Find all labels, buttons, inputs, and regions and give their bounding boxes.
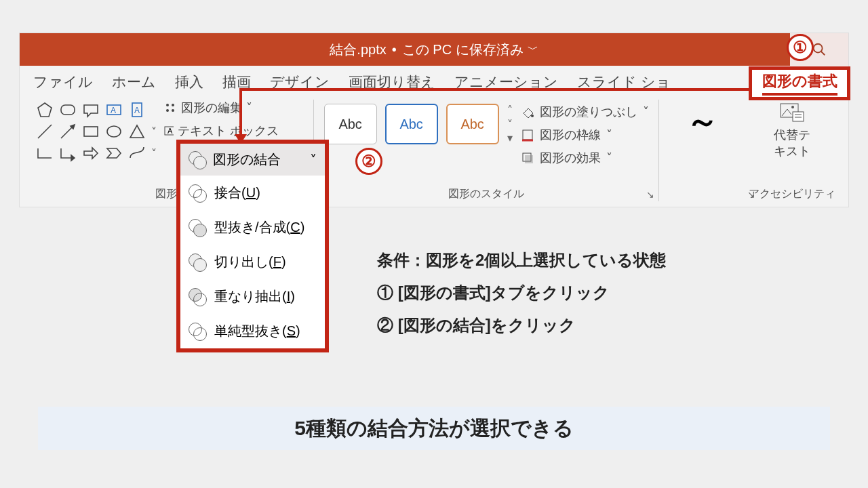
shapes-gallery[interactable]: A A ˅	[36, 101, 157, 162]
rect-icon[interactable]	[82, 123, 100, 140]
group-label-styles: 図形のスタイル	[314, 187, 658, 201]
merge-icon	[189, 151, 206, 169]
tab-insert[interactable]: 挿入	[175, 73, 203, 92]
svg-text:A: A	[134, 106, 140, 115]
annotation-text: 条件：図形を2個以上選択している状態 ① [図形の書式]タブをクリック ② [図…	[377, 244, 666, 342]
tilde-ellipsis: ～	[686, 100, 719, 143]
menu-item-subtract[interactable]: 単純型抜き(S)	[180, 314, 325, 348]
style-preset-1[interactable]: Abc	[324, 104, 377, 144]
block-arrow-icon[interactable]	[82, 144, 100, 162]
annotation-arrow	[239, 88, 749, 91]
style-preset-2[interactable]: Abc	[385, 104, 438, 144]
svg-point-21	[531, 115, 534, 117]
effects-icon	[521, 151, 534, 165]
chevron-down-icon: ˅	[310, 152, 317, 168]
svg-marker-14	[71, 155, 75, 161]
subtract-icon	[189, 323, 206, 340]
svg-point-12	[107, 126, 121, 137]
svg-rect-25	[525, 155, 533, 163]
gallery-more[interactable]: ˅	[151, 147, 157, 160]
gallery-expand[interactable]: ˅	[151, 125, 157, 138]
save-status[interactable]: この PC に保存済み	[402, 41, 524, 59]
style-gallery-scroll[interactable]: ˄˅▾	[507, 104, 513, 144]
group-label-accessibility: アクセシビリティ	[746, 187, 839, 201]
ribbon: A A ˅	[20, 94, 848, 204]
annotation-arrow	[239, 88, 242, 138]
menu-item-fragment[interactable]: 切り出し(F)	[180, 245, 325, 279]
pentagon-icon[interactable]	[36, 101, 54, 119]
svg-point-18	[172, 109, 174, 112]
shape-effects-button[interactable]: 図形の効果˅	[521, 150, 649, 166]
title-bar: 結合.pptx • この PC に保存済み ﹀	[20, 33, 848, 66]
rounded-rect-icon[interactable]	[59, 101, 77, 119]
alt-text-button[interactable]: 代替テ キスト	[774, 100, 810, 159]
svg-point-15	[166, 104, 169, 106]
shape-outline-button[interactable]: 図形の枠線˅	[521, 127, 649, 143]
annotation-badge-2: ②	[355, 148, 382, 175]
textbox-v-icon[interactable]: A	[128, 101, 146, 119]
combine-icon	[189, 219, 206, 237]
svg-point-27	[791, 106, 794, 108]
style-gallery[interactable]: Abc Abc Abc ˄˅▾	[324, 104, 513, 144]
svg-point-16	[172, 104, 174, 106]
menu-item-union[interactable]: 接合(U)	[180, 176, 325, 210]
svg-rect-22	[523, 130, 532, 140]
fragment-icon	[189, 253, 206, 271]
svg-rect-28	[793, 112, 804, 121]
chevron-icon[interactable]	[105, 144, 123, 162]
svg-marker-13	[130, 125, 144, 138]
arrow-line-icon[interactable]	[59, 123, 77, 140]
svg-rect-11	[84, 127, 98, 136]
oval-icon[interactable]	[105, 123, 123, 140]
annotation-badge-1: ①	[787, 34, 814, 61]
svg-point-0	[814, 44, 823, 53]
merge-shapes-menu: 図形の結合 ˅ 接合(U) 型抜き/合成(C) 切り出し(F) 重なり抽出(I)…	[176, 140, 329, 352]
dialog-launcher-icon[interactable]: ↘	[747, 189, 755, 200]
tab-file[interactable]: ファイル	[33, 73, 93, 92]
svg-point-17	[166, 109, 169, 112]
group-accessibility: 代替テ キスト アクセシビリティ ↘	[746, 100, 839, 201]
flowchart-icon[interactable]	[128, 144, 146, 162]
triangle-icon[interactable]	[128, 123, 146, 140]
elbow-icon[interactable]	[36, 144, 54, 162]
svg-rect-3	[61, 105, 75, 115]
chevron-down-icon[interactable]: ﹀	[528, 43, 538, 57]
tab-shape-format-highlight[interactable]: 図形の書式	[749, 66, 850, 100]
alt-text-icon	[779, 100, 805, 123]
svg-text:A: A	[167, 127, 173, 135]
textbox-h-icon[interactable]: A	[105, 101, 123, 119]
menu-item-intersect[interactable]: 重なり抽出(I)	[180, 279, 325, 314]
summary-bar: 5種類の結合方法が選択できる	[38, 407, 830, 450]
line-icon[interactable]	[36, 123, 54, 140]
svg-text:A: A	[111, 106, 116, 115]
intersect-icon	[189, 288, 206, 306]
file-name: 結合.pptx	[330, 41, 386, 59]
edit-shape-icon	[163, 101, 177, 115]
dialog-launcher-icon[interactable]: ↘	[646, 189, 654, 200]
textbox-icon: A	[163, 124, 174, 138]
svg-marker-2	[38, 103, 52, 117]
union-icon	[189, 184, 206, 202]
bucket-icon	[521, 105, 534, 119]
elbow-arrow-icon[interactable]	[59, 144, 77, 162]
powerpoint-window: 結合.pptx • この PC に保存済み ﹀ ファイル ホーム 挿入 描画 デ…	[19, 33, 849, 207]
speech-bubble-icon[interactable]	[82, 101, 100, 119]
svg-line-8	[38, 125, 52, 138]
edit-shape-button[interactable]: 図形の編集˅	[163, 100, 279, 116]
style-preset-3[interactable]: Abc	[446, 104, 499, 144]
svg-line-1	[821, 52, 825, 56]
shape-fill-button[interactable]: 図形の塗りつぶし˅	[521, 104, 649, 120]
merge-shapes-button[interactable]: 図形の結合 ˅	[180, 144, 325, 176]
text-box-button[interactable]: A テキスト ボックス	[163, 123, 279, 139]
svg-line-9	[61, 126, 73, 138]
outline-icon	[521, 128, 534, 142]
search-icon	[812, 42, 827, 57]
menu-item-combine[interactable]: 型抜き/合成(C)	[180, 210, 325, 245]
tab-home[interactable]: ホーム	[112, 73, 156, 92]
